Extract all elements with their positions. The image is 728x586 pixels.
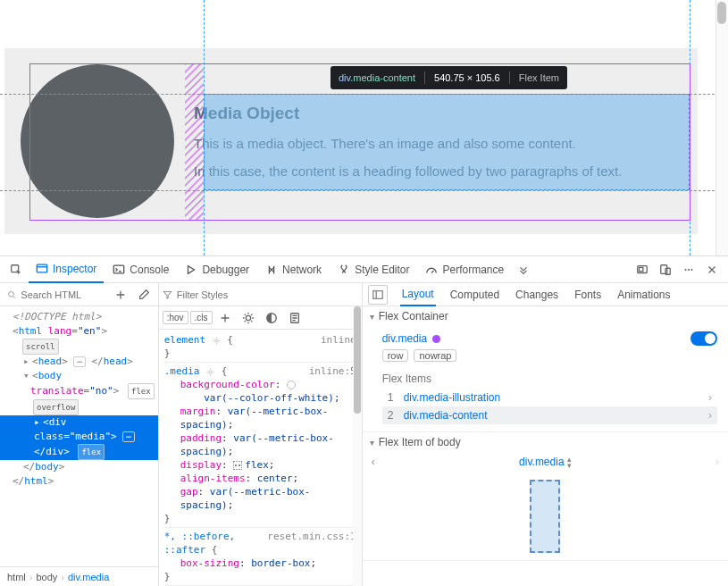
subtab-animations[interactable]: Animations bbox=[615, 283, 672, 306]
filter-styles-input[interactable] bbox=[177, 289, 358, 300]
subtab-changes[interactable]: Changes bbox=[514, 283, 560, 306]
flex-item-next[interactable]: › bbox=[715, 456, 719, 468]
flex-container-selector[interactable]: div.media bbox=[382, 332, 427, 345]
responsive-mode-icon[interactable] bbox=[655, 259, 676, 280]
print-media-icon[interactable] bbox=[284, 307, 305, 329]
ellipsis-icon[interactable]: ⋯ bbox=[122, 431, 134, 442]
rules-panel: :hov .cls element {inline } .media {inli… bbox=[159, 283, 363, 586]
markup-panel: <!DOCTYPE html> <html lang="en"> scroll … bbox=[0, 283, 159, 586]
tree-selected-node[interactable]: ▸<div bbox=[0, 415, 158, 430]
flex-item-1[interactable]: 1div.media-illustration› bbox=[382, 389, 717, 406]
svg-rect-4 bbox=[640, 267, 643, 271]
tab-performance[interactable]: Performance bbox=[418, 256, 511, 283]
css-rules[interactable]: element {inline } .media {inline:5 backg… bbox=[159, 330, 362, 586]
svg-rect-16 bbox=[372, 290, 382, 298]
svg-point-15 bbox=[209, 371, 212, 373]
toggle-cls-button[interactable]: .cls bbox=[190, 311, 213, 324]
rules-scrollbar[interactable] bbox=[353, 306, 362, 586]
media-illustration-circle bbox=[21, 64, 174, 218]
tab-style-editor[interactable]: Style Editor bbox=[331, 256, 416, 283]
flex-badge[interactable]: flex bbox=[128, 383, 155, 399]
flex-items-heading: Flex Items bbox=[382, 373, 717, 385]
pick-element-icon[interactable] bbox=[5, 259, 27, 280]
flex-item-of-body-header[interactable]: ▾Flex Item of body bbox=[363, 432, 728, 452]
svg-point-14 bbox=[215, 339, 218, 342]
dark-scheme-icon[interactable] bbox=[261, 307, 282, 329]
close-devtools-icon[interactable] bbox=[701, 259, 723, 280]
svg-rect-1 bbox=[37, 264, 46, 272]
flex-container-header[interactable]: ▾Flex Container bbox=[363, 306, 728, 326]
svg-rect-2 bbox=[114, 265, 124, 273]
iframe-picker-icon[interactable] bbox=[632, 259, 653, 280]
flex-direction-pill: row bbox=[382, 349, 409, 362]
flex-wrap-pill: nowrap bbox=[414, 349, 456, 362]
flex-item-2[interactable]: 2div.media-content› bbox=[382, 406, 717, 424]
media-content: Media Object This is a media object. The… bbox=[194, 104, 682, 179]
ellipsis-icon[interactable]: ⋯ bbox=[73, 356, 85, 367]
media-object: Media Object This is a media object. The… bbox=[4, 48, 698, 234]
svg-point-9 bbox=[690, 268, 692, 270]
media-paragraph-2: In this case, the content is a heading f… bbox=[194, 163, 682, 179]
viewport-scrollbar[interactable] bbox=[715, 0, 728, 255]
devtools-panel: Inspector Console Debugger Network Style… bbox=[0, 255, 728, 586]
tab-console[interactable]: Console bbox=[105, 256, 176, 283]
scroll-badge[interactable]: scroll bbox=[22, 339, 59, 355]
layout-panel: Layout Computed Changes Fonts Animations… bbox=[363, 283, 728, 586]
subtab-layout[interactable]: Layout bbox=[400, 283, 436, 306]
subtab-computed[interactable]: Computed bbox=[448, 283, 501, 306]
svg-point-7 bbox=[684, 268, 686, 270]
breadcrumb[interactable]: html› body› div.media bbox=[0, 566, 158, 586]
subtab-fonts[interactable]: Fonts bbox=[573, 283, 603, 306]
new-rule-icon[interactable] bbox=[214, 307, 236, 329]
search-html-input[interactable] bbox=[21, 289, 104, 300]
eyedropper-icon[interactable] bbox=[133, 284, 155, 306]
tab-debugger[interactable]: Debugger bbox=[178, 256, 256, 283]
dom-tree[interactable]: <!DOCTYPE html> <html lang="en"> scroll … bbox=[0, 306, 158, 566]
filter-styles[interactable] bbox=[163, 289, 358, 300]
overlay-toggle[interactable] bbox=[690, 331, 717, 346]
toolbar-overflow-icon[interactable] bbox=[513, 259, 534, 280]
media-heading: Media Object bbox=[194, 104, 682, 123]
pseudo-hov-button[interactable]: :hov bbox=[163, 311, 188, 324]
devtools-toolbar: Inspector Console Debugger Network Style… bbox=[0, 256, 728, 283]
search-html[interactable] bbox=[4, 289, 108, 300]
kebab-menu-icon[interactable] bbox=[678, 259, 699, 280]
svg-point-11 bbox=[246, 315, 250, 320]
svg-rect-5 bbox=[661, 264, 667, 273]
flex-swatch-icon[interactable] bbox=[233, 461, 242, 470]
svg-point-10 bbox=[9, 291, 14, 297]
overlay-color-swatch[interactable] bbox=[432, 335, 440, 343]
flex-badge[interactable]: flex bbox=[78, 444, 105, 460]
page-viewport: Media Object This is a media object. The… bbox=[0, 0, 728, 255]
tab-network[interactable]: Network bbox=[258, 256, 329, 283]
tab-inspector[interactable]: Inspector bbox=[29, 256, 104, 283]
flex-item-diagram bbox=[363, 473, 728, 560]
flex-item-current[interactable]: div.media bbox=[519, 456, 564, 468]
sidebar-toggle-icon[interactable] bbox=[368, 285, 388, 305]
svg-point-8 bbox=[688, 268, 690, 270]
light-scheme-icon[interactable] bbox=[238, 307, 259, 329]
overflow-badge[interactable]: overflow bbox=[33, 399, 79, 415]
media-paragraph-1: This is a media object. There's an image… bbox=[194, 136, 682, 151]
add-node-icon[interactable] bbox=[110, 284, 131, 306]
color-swatch-icon[interactable] bbox=[287, 381, 296, 389]
